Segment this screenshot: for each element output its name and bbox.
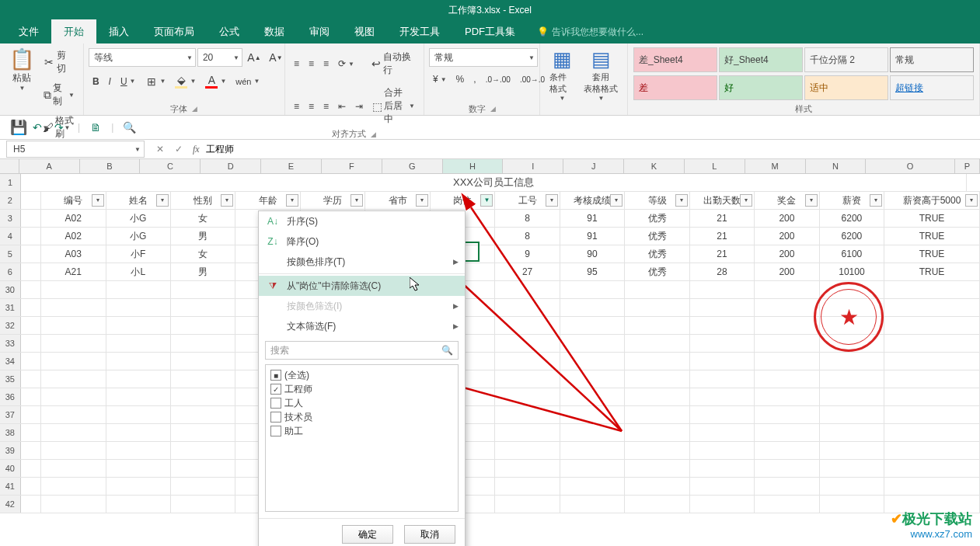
style-bad[interactable]: 差_Sheet4 xyxy=(633,47,717,72)
cell[interactable] xyxy=(755,317,819,334)
cell[interactable] xyxy=(690,496,755,513)
tab-home[interactable]: 开始 xyxy=(51,19,96,44)
col-header[interactable]: J xyxy=(563,159,624,173)
cell[interactable] xyxy=(625,496,689,513)
cell[interactable]: 21 xyxy=(690,245,755,263)
filter-value-list[interactable]: ■(全选)✓工程师工人技术员助工 xyxy=(265,364,459,512)
cell[interactable]: 9 xyxy=(495,245,560,263)
table-title[interactable]: XXX公司员工信息 xyxy=(21,174,967,191)
phonetic-button[interactable]: wén▼ xyxy=(232,75,263,89)
cell[interactable] xyxy=(21,406,42,423)
cell[interactable] xyxy=(21,317,42,334)
cell[interactable] xyxy=(560,442,625,459)
cell[interactable]: 小G xyxy=(106,228,171,245)
cell[interactable]: 200 xyxy=(755,228,819,245)
cell[interactable] xyxy=(41,478,106,495)
col-header[interactable]: H xyxy=(443,159,504,173)
row-header[interactable]: 37 xyxy=(0,406,21,423)
cell[interactable] xyxy=(755,335,819,352)
cell[interactable] xyxy=(820,370,884,388)
cell[interactable]: TRUE xyxy=(884,263,980,280)
cell[interactable] xyxy=(41,496,106,513)
cell[interactable]: 优秀 xyxy=(625,263,689,280)
header-cell[interactable]: 学历▾ xyxy=(301,192,365,209)
align-middle-button[interactable]: ≡ xyxy=(305,56,318,71)
cell[interactable] xyxy=(690,388,755,405)
cell[interactable]: 男 xyxy=(171,228,235,245)
cell[interactable] xyxy=(495,299,560,316)
cell[interactable] xyxy=(560,281,625,298)
cell[interactable] xyxy=(495,281,560,298)
cell[interactable] xyxy=(41,281,106,298)
cell[interactable] xyxy=(884,442,980,459)
cell[interactable] xyxy=(106,335,171,352)
cell[interactable] xyxy=(560,370,625,388)
col-header[interactable]: D xyxy=(201,159,261,173)
col-header[interactable]: L xyxy=(685,159,745,173)
cell[interactable]: 6200 xyxy=(820,210,884,227)
cell[interactable] xyxy=(41,406,106,423)
header-cell[interactable]: 出勤天数▾ xyxy=(690,192,755,209)
tab-developer[interactable]: 开发工具 xyxy=(387,19,452,44)
col-header[interactable]: F xyxy=(322,159,382,173)
cell[interactable] xyxy=(106,317,171,334)
tab-layout[interactable]: 页面布局 xyxy=(141,19,207,44)
cell[interactable] xyxy=(171,460,235,477)
cell[interactable]: 200 xyxy=(755,245,819,263)
cell[interactable]: 21 xyxy=(690,210,755,227)
row-header[interactable]: 40 xyxy=(0,460,21,477)
cancel-formula-icon[interactable]: ✕ xyxy=(151,144,169,155)
cell[interactable]: 8 xyxy=(495,210,560,227)
cell[interactable]: 6200 xyxy=(820,228,884,245)
row-header[interactable]: 4 xyxy=(0,228,21,245)
cell[interactable] xyxy=(884,370,980,388)
cell[interactable] xyxy=(884,353,980,370)
cell[interactable]: 28 xyxy=(690,263,755,280)
cell[interactable] xyxy=(106,281,171,298)
cell[interactable] xyxy=(690,317,755,334)
row-header[interactable]: 32 xyxy=(0,317,21,334)
header-cell[interactable]: 性别▾ xyxy=(171,192,235,209)
cell[interactable] xyxy=(560,478,625,495)
cell[interactable] xyxy=(21,370,42,388)
tab-review[interactable]: 审阅 xyxy=(297,19,342,44)
cell[interactable] xyxy=(690,442,755,459)
cell[interactable] xyxy=(41,335,106,352)
cell[interactable] xyxy=(21,388,42,405)
header-cell[interactable]: 岗位▼ xyxy=(431,192,495,209)
cell[interactable] xyxy=(21,245,42,263)
cell[interactable] xyxy=(560,460,625,477)
cell[interactable] xyxy=(625,460,689,477)
cell[interactable] xyxy=(560,317,625,334)
cell[interactable] xyxy=(495,353,560,370)
cell[interactable] xyxy=(41,388,106,405)
cell[interactable]: 优秀 xyxy=(625,210,689,227)
cell[interactable] xyxy=(41,460,106,477)
cell[interactable] xyxy=(755,424,819,441)
filter-value-item[interactable]: ■(全选) xyxy=(270,368,453,382)
cell[interactable] xyxy=(171,281,235,298)
cell[interactable] xyxy=(171,388,235,405)
cell[interactable] xyxy=(171,478,235,495)
cell[interactable] xyxy=(690,281,755,298)
cell[interactable] xyxy=(690,406,755,423)
cell[interactable] xyxy=(41,370,106,388)
cell[interactable] xyxy=(171,406,235,423)
format-as-table-button[interactable]: ▤套用 表格格式▼ xyxy=(579,45,623,103)
cell[interactable] xyxy=(495,317,560,334)
row-header[interactable]: 35 xyxy=(0,370,21,388)
col-header[interactable]: M xyxy=(745,159,806,173)
cell[interactable]: 200 xyxy=(755,210,819,227)
cell[interactable] xyxy=(106,353,171,370)
worksheet-grid[interactable]: A B C D E F G H I J K L M N O P 1XXX公司员工… xyxy=(0,159,980,546)
cell[interactable] xyxy=(171,442,235,459)
increase-decimal-button[interactable]: .0→.00 xyxy=(482,73,514,86)
align-top-button[interactable]: ≡ xyxy=(290,56,303,71)
filter-toggle-button[interactable]: ▾ xyxy=(156,194,169,207)
increase-indent-button[interactable]: ⇥ xyxy=(351,99,367,114)
bold-button[interactable]: B xyxy=(89,74,103,89)
cell[interactable] xyxy=(21,281,42,298)
cell[interactable] xyxy=(21,210,42,227)
cell[interactable]: A21 xyxy=(41,263,106,280)
cell[interactable]: 27 xyxy=(495,263,560,280)
